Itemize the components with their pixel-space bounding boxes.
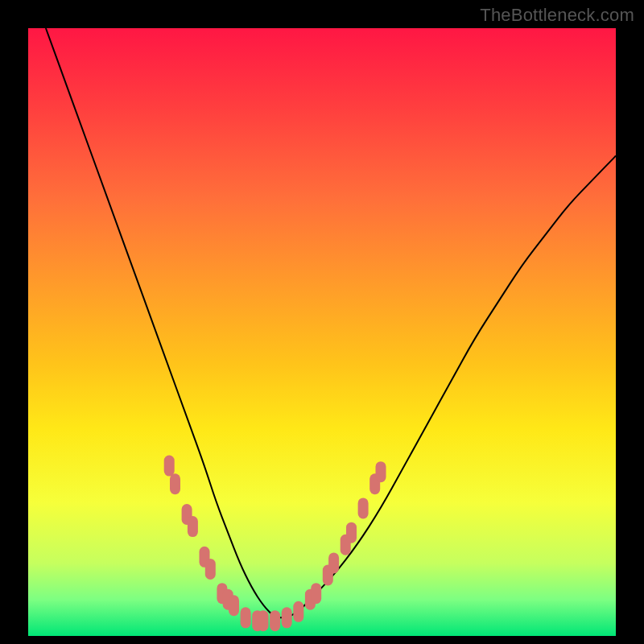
marker-point <box>229 595 239 616</box>
bottleneck-plot <box>0 0 644 644</box>
marker-point <box>258 610 269 631</box>
marker-point <box>164 456 175 477</box>
chart-stage: TheBottleneck.com <box>0 0 644 644</box>
marker-point <box>293 601 303 622</box>
marker-point <box>328 552 339 573</box>
marker-point <box>241 607 251 628</box>
gradient-background <box>28 28 616 636</box>
marker-point <box>282 607 292 628</box>
marker-point <box>205 559 216 580</box>
marker-point <box>376 461 386 482</box>
marker-point <box>188 516 198 537</box>
marker-point <box>270 610 280 631</box>
watermark-text: TheBottleneck.com <box>480 5 634 26</box>
marker-point <box>358 497 369 518</box>
marker-point <box>311 583 321 604</box>
marker-point <box>346 522 357 543</box>
marker-point <box>170 473 180 494</box>
